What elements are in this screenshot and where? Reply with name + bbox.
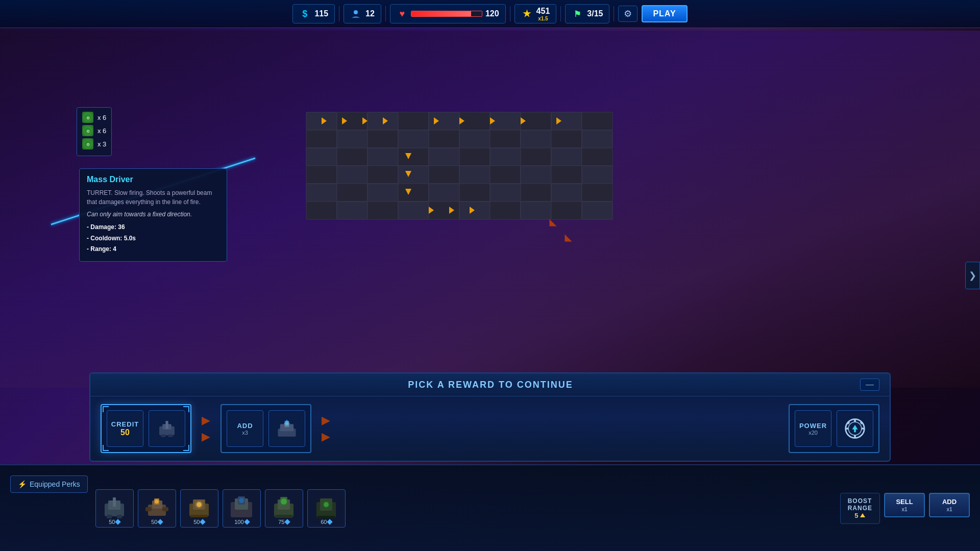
settings-button[interactable]: ⚙ bbox=[618, 6, 638, 22]
stack-count-1: x 6 bbox=[97, 114, 106, 121]
power-label: POWER bbox=[799, 422, 827, 430]
perk-item-4[interactable]: 100 bbox=[223, 489, 261, 528]
item-reward-card[interactable] bbox=[268, 410, 305, 447]
stack-item-1: ⚙ x 6 bbox=[82, 112, 106, 123]
credit-reward-card[interactable]: CREDIT 50 bbox=[107, 410, 143, 447]
svg-rect-33 bbox=[368, 166, 398, 184]
turret-icon-area bbox=[156, 417, 178, 440]
hud-divider-4 bbox=[560, 6, 561, 21]
svg-rect-48 bbox=[521, 184, 551, 202]
perk-cost-5: 75 bbox=[278, 519, 289, 525]
credit-value: 50 bbox=[120, 428, 130, 437]
svg-rect-41 bbox=[306, 184, 337, 202]
svg-rect-20 bbox=[582, 130, 612, 148]
svg-rect-112 bbox=[854, 429, 856, 432]
perk-cost-4: 100 bbox=[234, 519, 249, 525]
health-fill bbox=[411, 11, 471, 16]
svg-rect-128 bbox=[190, 515, 208, 517]
hud-divider-5 bbox=[614, 6, 614, 21]
perk-item-1[interactable]: 50 bbox=[95, 489, 134, 528]
reward-group-1[interactable]: CREDIT 50 bbox=[101, 404, 191, 453]
perk-item-3[interactable]: 50 bbox=[180, 489, 218, 528]
svg-rect-30 bbox=[582, 148, 612, 166]
svg-rect-13 bbox=[368, 130, 398, 148]
svg-rect-25 bbox=[429, 148, 459, 166]
credit-label: CREDIT bbox=[111, 420, 139, 428]
svg-rect-120 bbox=[145, 507, 152, 511]
svg-point-136 bbox=[281, 498, 287, 505]
team-value: 12 bbox=[365, 9, 375, 18]
svg-rect-11 bbox=[306, 130, 337, 148]
hud-divider-2 bbox=[385, 6, 386, 21]
perk-cost-1: 50 bbox=[109, 519, 120, 525]
right-panel-toggle[interactable]: ❯ bbox=[965, 262, 980, 289]
svg-rect-137 bbox=[275, 515, 292, 518]
reward-title: PICK A REWARD TO CONTINUE bbox=[121, 380, 860, 390]
minimize-button[interactable]: — bbox=[860, 379, 879, 391]
perk-cost-2: 50 bbox=[151, 519, 162, 525]
reward-group-2[interactable]: ADD x3 bbox=[220, 404, 311, 453]
svg-rect-37 bbox=[490, 166, 521, 184]
top-hud: $ 115 12 ♥ 120 ★ 451 x1.5 ⚑ 3/15 ⚙ PLAY bbox=[0, 0, 980, 28]
add-button[interactable]: ADD x1 bbox=[929, 493, 970, 517]
svg-rect-116 bbox=[107, 515, 112, 518]
perk-cost-6: 60 bbox=[321, 519, 332, 525]
credit-value: 115 bbox=[314, 9, 328, 18]
stack-icon-2: ⚙ bbox=[82, 125, 93, 136]
cost-diamond-2 bbox=[158, 519, 163, 524]
damage-label: - Damage: bbox=[87, 223, 116, 231]
equipped-perks-button[interactable]: ⚡ Equipped Perks bbox=[10, 475, 88, 493]
stack-panel: ⚙ x 6 ⚙ x 6 ⚙ x 3 bbox=[77, 107, 112, 156]
tooltip-stats: - Damage: 36 - Cooldown: 5.0s - Range: 4 bbox=[87, 222, 219, 255]
svg-rect-106 bbox=[854, 435, 856, 438]
stack-count-2: x 6 bbox=[97, 127, 106, 135]
add-reward-card[interactable]: ADD x3 bbox=[227, 410, 263, 447]
svg-rect-40 bbox=[582, 166, 612, 184]
range-label: - Range: bbox=[87, 245, 111, 253]
svg-rect-49 bbox=[551, 184, 582, 202]
perk-item-5[interactable]: 75 bbox=[265, 489, 303, 528]
range-value: 4 bbox=[113, 245, 116, 253]
svg-rect-38 bbox=[521, 166, 551, 184]
cooldown-value: 5.0s bbox=[124, 235, 136, 242]
turret-reward-card[interactable] bbox=[149, 410, 185, 447]
svg-rect-17 bbox=[490, 130, 521, 148]
svg-rect-50 bbox=[582, 184, 612, 202]
perks-label: Equipped Perks bbox=[30, 480, 80, 488]
svg-rect-24 bbox=[398, 148, 429, 166]
perk-item-6[interactable]: 60 bbox=[307, 489, 346, 528]
tooltip-cooldown: - Cooldown: 5.0s bbox=[87, 233, 219, 244]
sell-button[interactable]: SELL x1 bbox=[884, 493, 925, 517]
svg-rect-108 bbox=[862, 428, 865, 430]
credits-display: $ 115 bbox=[292, 4, 335, 23]
arrow-sep-1: ▶ ▶ bbox=[202, 414, 210, 443]
svg-rect-29 bbox=[551, 148, 582, 166]
tooltip-range: - Range: 4 bbox=[87, 244, 219, 255]
svg-rect-105 bbox=[854, 419, 856, 422]
flag-icon: ⚑ bbox=[572, 8, 583, 19]
add-label: ADD bbox=[942, 498, 957, 506]
perk-item-2[interactable]: 50 bbox=[138, 489, 176, 528]
svg-rect-97 bbox=[168, 434, 173, 437]
svg-rect-23 bbox=[368, 148, 398, 166]
star-multiplier-label: x1.5 bbox=[538, 16, 548, 21]
svg-rect-32 bbox=[337, 166, 368, 184]
reward-group-3[interactable]: POWER x20 bbox=[789, 404, 879, 453]
play-button[interactable]: PLAY bbox=[642, 5, 687, 22]
boost-range-block: BOOSTRANGE 5 bbox=[840, 493, 880, 524]
power-icon-card[interactable] bbox=[837, 410, 873, 447]
sell-sub: x1 bbox=[901, 507, 907, 512]
svg-point-141 bbox=[324, 502, 329, 507]
svg-rect-19 bbox=[551, 130, 582, 148]
stack-icon-1: ⚙ bbox=[82, 112, 93, 123]
boost-triangle-icon bbox=[860, 513, 865, 517]
svg-point-127 bbox=[197, 502, 202, 507]
svg-rect-59 bbox=[551, 202, 582, 219]
stack-icon-3: ⚙ bbox=[82, 138, 93, 149]
star-value: 451 bbox=[536, 7, 550, 16]
tooltip-title: Mass Driver bbox=[87, 175, 219, 184]
svg-text:⚙: ⚙ bbox=[86, 116, 90, 120]
power-reward-card[interactable]: POWER x20 bbox=[795, 410, 831, 447]
arrow-sep-2: ▶ ▶ bbox=[322, 414, 330, 443]
power-subvalue: x20 bbox=[808, 430, 818, 436]
